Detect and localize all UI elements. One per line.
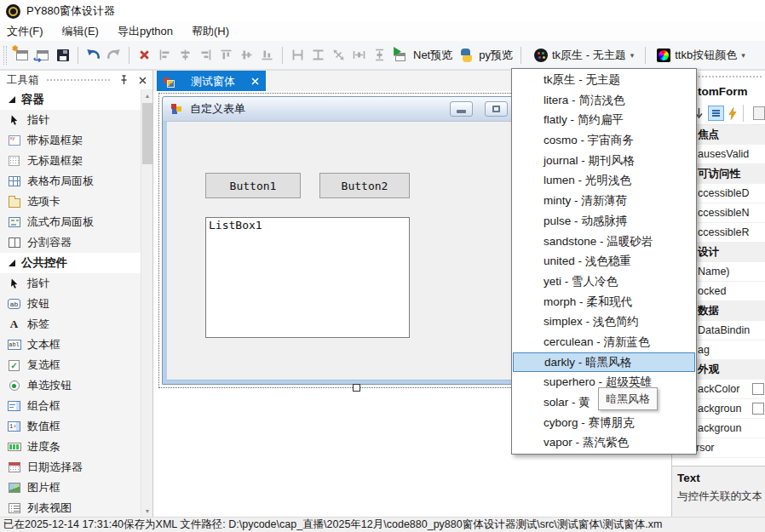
theme-item-vapor[interactable]: vapor - 蒸汽紫色 (512, 432, 696, 453)
table-layout-icon (7, 175, 21, 188)
same-size-icon[interactable] (331, 48, 346, 62)
theme-item-yeti[interactable]: yeti - 雪人冷色 (512, 272, 696, 292)
toolbox-item-label: 文本框 (27, 337, 60, 352)
scrollbar-thumb[interactable] (142, 103, 152, 164)
theme-dropdown-button[interactable]: tk原生 - 无主题 ▾ (531, 46, 637, 65)
property-value-box[interactable] (752, 383, 764, 395)
same-height-icon[interactable] (311, 48, 325, 62)
theme-item-united[interactable]: united - 浅色稳重 (512, 251, 696, 272)
space-vertical-icon[interactable] (372, 48, 387, 62)
theme-item-darkly-selected[interactable]: darkly - 暗黑风格 (513, 352, 695, 373)
align-top-icon[interactable] (219, 48, 233, 62)
property-pages-icon[interactable] (753, 106, 765, 120)
toolbox-drag-handle[interactable] (46, 78, 111, 83)
py-preview-button[interactable]: py预览 (479, 48, 513, 63)
button-color-dropdown[interactable]: ttkb按钮颜色 ▾ (653, 46, 749, 65)
tab-close-icon[interactable] (251, 77, 259, 85)
toolbox-group-common-controls[interactable]: 公共控件 (0, 253, 141, 273)
toolbox-item-checkbox[interactable]: ✓复选框 (0, 355, 141, 375)
undo-icon[interactable] (86, 48, 101, 62)
theme-item-pulse[interactable]: pulse - 动感脉搏 (512, 211, 696, 232)
theme-item-morph[interactable]: morph - 柔和现代 (512, 292, 696, 312)
toolbox-item-tab-control[interactable]: 选项卡 (0, 192, 141, 212)
designed-listbox[interactable]: ListBox1 (205, 217, 410, 338)
theme-item-sandstone[interactable]: sandstone - 温暖砂岩 (512, 232, 696, 252)
toolbox-group-containers[interactable]: 容器 (0, 89, 141, 110)
menu-edit[interactable]: 编辑(E) (62, 24, 99, 39)
form-titlebar[interactable]: 自定义表单 ✕ (163, 97, 551, 122)
toolbox-item-picturebox[interactable]: 图片框 (0, 478, 141, 498)
theme-item-simplex[interactable]: simplex - 浅色简约 (512, 312, 696, 332)
expanded-arrow-icon (9, 260, 15, 266)
events-lightning-icon[interactable] (728, 107, 737, 120)
theme-item-cosmo[interactable]: cosmo - 宇宙商务 (512, 130, 696, 151)
theme-item-cyborg[interactable]: cyborg - 赛博朋克 (512, 413, 696, 433)
theme-item-journal[interactable]: journal - 期刊风格 (512, 151, 696, 171)
same-width-icon[interactable] (290, 48, 305, 62)
titlebar: PY880窗体设计器 (0, 0, 765, 22)
menu-export-python[interactable]: 导出python (118, 24, 173, 39)
pin-icon[interactable] (117, 73, 130, 87)
designed-button1[interactable]: Button1 (205, 173, 301, 198)
toolbox-item-combobox[interactable]: 组合框 (0, 396, 141, 416)
theme-item-lumen[interactable]: lumen - 光明浅色 (512, 170, 696, 191)
toolbox-item-radio[interactable]: 单选按钮 (0, 375, 141, 396)
designed-form[interactable]: 自定义表单 ✕ Button1 Button2 ListBox1 (162, 96, 552, 385)
theme-item-flatly[interactable]: flatly - 简约扁平 (512, 110, 696, 130)
theme-item-cerculean[interactable]: cerculean - 清新蓝色 (512, 332, 696, 352)
space-horizontal-icon[interactable] (352, 48, 366, 62)
save-icon[interactable] (55, 48, 70, 62)
toolbox-item-pointer[interactable]: 指针 (0, 273, 141, 294)
close-icon[interactable] (135, 73, 149, 87)
toolbox-item-listview[interactable]: 列表视图 (0, 498, 141, 517)
menu-help[interactable]: 帮助(H) (192, 24, 229, 39)
toolbox-item-numeric[interactable]: 1²数值框 (0, 416, 141, 437)
theme-item-tk[interactable]: tk原生 - 无主题 (512, 70, 696, 90)
toolbox-scrollbar[interactable]: ▲ ▼ (141, 89, 152, 517)
toolbox-item-progressbar[interactable]: 进度条 (0, 437, 141, 457)
align-center-icon[interactable] (178, 48, 193, 62)
toolbox-item-datepicker[interactable]: 日期选择器 (0, 457, 141, 478)
tab-test-form[interactable]: 测试窗体 (157, 71, 266, 92)
property-value-box[interactable] (752, 403, 764, 415)
form-body[interactable]: Button1 Button2 ListBox1 (167, 122, 547, 380)
python-icon[interactable] (458, 48, 473, 62)
menu-file[interactable]: 文件(F) (7, 24, 43, 39)
toolbox-item-button[interactable]: ab按钮 (0, 294, 141, 314)
maximize-button[interactable] (485, 101, 508, 117)
toolbar-separator (743, 105, 744, 122)
align-right-icon[interactable] (198, 48, 213, 62)
net-preview-button[interactable]: Net预览 (413, 48, 452, 63)
toolbox-item-textbox[interactable]: abl文本框 (0, 335, 141, 355)
toolbox-item-pointer[interactable]: 指针 (0, 110, 141, 130)
new-form-icon[interactable]: ✱ (14, 48, 29, 62)
toolbox-item-flow-layout[interactable]: 流式布局面板 (0, 212, 141, 232)
minimize-button[interactable] (450, 101, 473, 117)
resize-handle[interactable] (353, 384, 360, 392)
categorized-view-icon[interactable] (708, 106, 724, 121)
align-middle-icon[interactable] (239, 48, 254, 62)
toolbox-item-table-layout[interactable]: 表格布局面板 (0, 171, 141, 192)
frame-icon (7, 155, 21, 168)
window-title: PY880窗体设计器 (26, 3, 115, 19)
toolbox-item-frame[interactable]: 无标题框架 (0, 151, 141, 171)
toolbox-item-label-control[interactable]: A标签 (0, 314, 141, 335)
scroll-down-icon[interactable]: ▼ (141, 505, 153, 517)
designed-button2[interactable]: Button2 (319, 173, 410, 198)
checkbox-icon: ✓ (7, 359, 21, 372)
delete-icon[interactable] (137, 48, 152, 62)
theme-item-minty[interactable]: minty - 清新薄荷 (512, 191, 696, 211)
theme-item-litera[interactable]: litera - 简洁浅色 (512, 90, 696, 111)
import-form-icon[interactable]: ↪ (35, 48, 49, 62)
property-help-text: 与控件关联的文本 (677, 489, 762, 504)
toolbar-separator (78, 47, 78, 64)
scroll-up-icon[interactable]: ▲ (141, 89, 153, 101)
toolbox-item-split-container[interactable]: 分割容器 (0, 232, 141, 253)
align-left-icon[interactable] (158, 48, 172, 62)
run-preview-icon[interactable] (393, 48, 407, 62)
property-help-title: Text (677, 472, 762, 484)
toolbox-item-titled-frame[interactable]: xy带标题框架 (0, 130, 141, 151)
align-bottom-icon[interactable] (260, 48, 274, 62)
redo-icon[interactable] (106, 48, 121, 62)
toolbar-grip[interactable] (3, 46, 7, 65)
